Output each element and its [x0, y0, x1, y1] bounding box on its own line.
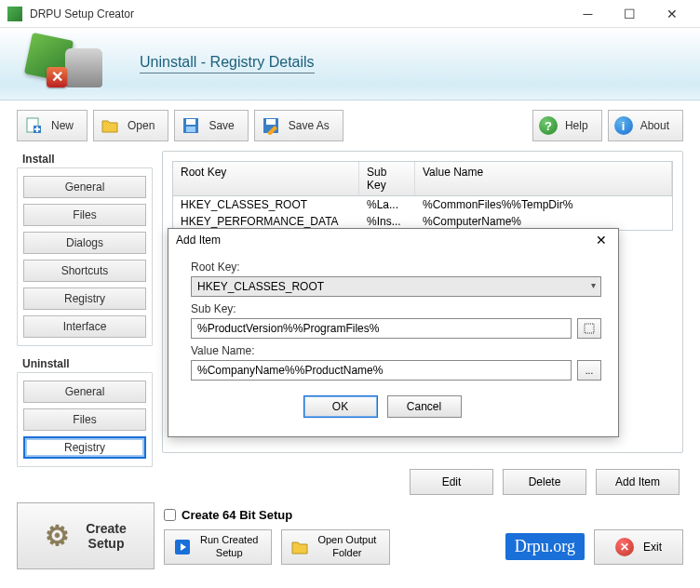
value-name-browse-button[interactable]: ...	[577, 360, 601, 381]
install-group-title: Install	[17, 151, 153, 167]
run-created-setup-button[interactable]: Run Created Setup	[164, 529, 272, 565]
svg-rect-6	[266, 119, 276, 125]
save-as-label: Save As	[289, 119, 330, 132]
open-output-folder-button[interactable]: Open Output Folder	[281, 529, 390, 565]
open-label: Open	[128, 119, 155, 132]
svg-rect-7	[585, 324, 594, 333]
add-item-button[interactable]: Add Item	[596, 469, 680, 495]
svg-rect-3	[186, 119, 195, 125]
minimize-button[interactable]: ─	[567, 0, 609, 28]
add-item-dialog: Add Item ✕ Root Key: ▾ Sub Key: Value Na…	[168, 228, 619, 437]
dialog-close-button[interactable]: ✕	[592, 231, 611, 249]
cell-root: HKEY_CLASSES_ROOT	[173, 196, 359, 213]
uninstall-group-title: Uninstall	[17, 355, 153, 372]
save-button[interactable]: Save	[174, 110, 248, 141]
close-icon: ✕	[615, 538, 634, 556]
new-label: New	[51, 119, 74, 132]
grid-header: Root Key Sub Key Value Name	[173, 162, 672, 196]
edit-button[interactable]: Edit	[410, 469, 493, 495]
root-key-label: Root Key:	[191, 261, 601, 274]
info-icon: i	[614, 116, 633, 135]
play-icon	[172, 537, 193, 557]
toolbar: New Open Save Save As ? Help i About	[0, 100, 700, 151]
create-64-checkbox[interactable]	[164, 509, 176, 521]
table-row[interactable]: HKEY_CLASSES_ROOT %La... %CommonFiles%%T…	[173, 196, 672, 213]
footer: ⚙ Create Setup Create 64 Bit Setup Run C…	[17, 502, 683, 569]
titlebar: DRPU Setup Creator ─ ☐ ✕	[0, 0, 700, 28]
sub-key-label: Sub Key:	[191, 302, 601, 315]
registry-grid: Root Key Sub Key Value Name HKEY_CLASSES…	[172, 161, 673, 231]
install-group: General Files Dialogs Shortcuts Registry…	[17, 167, 153, 346]
uninstall-files[interactable]: Files	[23, 408, 146, 431]
root-key-select[interactable]	[191, 276, 601, 297]
window-title: DRPU Setup Creator	[30, 7, 567, 20]
maximize-button[interactable]: ☐	[609, 0, 651, 28]
app-icon	[7, 7, 22, 21]
gear-icon: ⚙	[45, 520, 76, 552]
install-registry[interactable]: Registry	[23, 287, 146, 310]
new-icon	[23, 115, 44, 136]
folder-icon	[289, 537, 310, 557]
create-setup-label: Create Setup	[86, 521, 127, 551]
save-as-button[interactable]: Save As	[254, 110, 343, 141]
help-button[interactable]: ? Help	[532, 110, 602, 141]
banner-logo: ✕	[19, 32, 102, 97]
dialog-title: Add Item	[176, 234, 221, 247]
grid-actions: Edit Delete Add Item	[169, 469, 680, 495]
help-icon: ?	[539, 116, 558, 135]
sub-key-input[interactable]	[191, 318, 572, 339]
run-created-label: Run Created Setup	[200, 534, 258, 558]
dialog-header: Add Item ✕	[168, 229, 618, 251]
about-label: About	[640, 119, 669, 132]
ok-button[interactable]: OK	[303, 395, 378, 418]
uninstall-registry[interactable]: Registry	[23, 436, 146, 459]
exit-label: Exit	[643, 541, 662, 554]
install-dialogs[interactable]: Dialogs	[23, 232, 146, 254]
new-button[interactable]: New	[17, 110, 88, 141]
cell-sub: %La...	[359, 196, 415, 213]
sidebar: Install General Files Dialogs Shortcuts …	[17, 151, 153, 467]
install-general[interactable]: General	[23, 176, 146, 198]
value-name-label: Value Name:	[191, 344, 601, 357]
col-sub-key[interactable]: Sub Key	[359, 162, 415, 195]
col-root-key[interactable]: Root Key	[173, 162, 359, 195]
save-as-icon	[261, 115, 281, 136]
install-interface[interactable]: Interface	[23, 315, 146, 338]
value-name-input[interactable]	[191, 360, 572, 381]
uninstall-group: General Files Registry	[17, 372, 153, 467]
col-value-name[interactable]: Value Name	[415, 162, 672, 195]
delete-button[interactable]: Delete	[503, 469, 586, 495]
close-button[interactable]: ✕	[651, 0, 693, 28]
cell-value: %CommonFiles%%TempDir%	[415, 196, 672, 213]
open-button[interactable]: Open	[93, 110, 168, 141]
brand-badge: Drpu.org	[505, 533, 585, 560]
save-icon	[181, 115, 201, 136]
cancel-button[interactable]: Cancel	[387, 395, 462, 418]
open-output-label: Open Output Folder	[317, 534, 376, 558]
banner: ✕ Uninstall - Registry Details	[0, 28, 700, 100]
banner-title: Uninstall - Registry Details	[140, 54, 315, 74]
help-label: Help	[565, 119, 588, 132]
exit-button[interactable]: ✕ Exit	[594, 529, 683, 565]
install-files[interactable]: Files	[23, 204, 146, 226]
svg-rect-4	[186, 127, 195, 132]
about-button[interactable]: i About	[608, 110, 683, 141]
create-setup-button[interactable]: ⚙ Create Setup	[17, 502, 155, 569]
uninstall-general[interactable]: General	[23, 381, 146, 403]
install-shortcuts[interactable]: Shortcuts	[23, 260, 146, 282]
folder-open-icon	[100, 115, 120, 136]
sub-key-browse-button[interactable]	[577, 318, 601, 339]
save-label: Save	[209, 119, 234, 132]
create-64-label: Create 64 Bit Setup	[182, 508, 292, 522]
